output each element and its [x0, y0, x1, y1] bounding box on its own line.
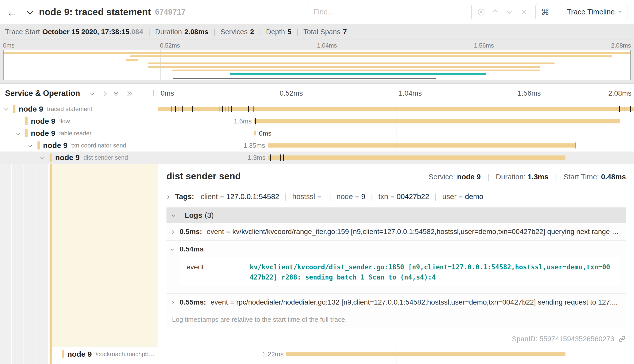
span-color-marker — [25, 129, 28, 137]
span-bar[interactable] — [268, 143, 577, 148]
span-service: node 9 — [19, 105, 43, 113]
minimap-canvas[interactable] — [3, 50, 631, 80]
collapse-trace-chevron-icon[interactable] — [26, 10, 33, 14]
span-chevron-icon[interactable] — [17, 132, 25, 135]
minimap-span-bar — [126, 59, 138, 61]
minimap-gridline — [160, 50, 161, 80]
log-entry-expanded[interactable]: 0.54ms event kv/kvclient/kvcoord/dist_se… — [166, 241, 626, 294]
trace-minimap: 0ms0.52ms1.04ms1.56ms2.08ms — [0, 39, 634, 84]
span-row-txn-coordinator-send[interactable]: node 9 txn coordinator send 1.35ms — [0, 139, 634, 152]
back-button[interactable]: ← — [7, 7, 18, 18]
depth-label: Depth — [266, 28, 285, 36]
span-color-marker — [62, 350, 64, 358]
timeline-axis: 0ms0.52ms1.04ms1.56ms2.08ms — [158, 84, 634, 103]
span-chevron-icon[interactable] — [29, 144, 37, 147]
span-bar[interactable] — [268, 156, 566, 160]
tag-item: txn=00427b22 — [378, 192, 429, 201]
tag-item: hostssl= — [292, 192, 323, 201]
minimap-axis-label: 0.52ms — [160, 42, 180, 49]
span-row-table-reader[interactable]: node 9 table reader 0ms — [0, 127, 634, 139]
collapse-one-chevron-down-icon[interactable] — [91, 92, 94, 95]
log-marker-tick — [228, 106, 228, 112]
minimap-axis-label: 0ms — [3, 42, 14, 49]
logs-note: Log timestamps are relative to the start… — [166, 311, 626, 328]
expand-one-chevron-right-icon[interactable] — [102, 92, 106, 95]
span-timeline[interactable]: 1.35ms — [158, 139, 634, 152]
timeline-axis-label: 1.04ms — [399, 89, 422, 97]
trace-timeline-label: Trace Timeline — [567, 8, 615, 16]
trace-start-label: Trace Start — [5, 28, 40, 36]
timeline-header: Service & Operation 0ms0.52ms1.04ms1.56m… — [0, 84, 634, 103]
collapse-all-double-chevron-down-icon[interactable] — [114, 91, 118, 96]
minimap-span-bar — [130, 55, 612, 57]
minimap-axis-label: 1.56ms — [474, 42, 494, 49]
panel-resize-handle[interactable] — [153, 90, 155, 96]
total-spans-value: 7 — [343, 28, 347, 36]
log-marker-tick — [222, 106, 223, 112]
span-row-flow[interactable]: node 9 flow 1.6ms — [0, 115, 634, 127]
span-timeline[interactable]: 1.3ms — [158, 152, 634, 164]
span-chevron-icon[interactable] — [5, 108, 13, 111]
trace-timeline-dropdown[interactable]: Trace Timeline — [561, 4, 627, 20]
detail-span-title: dist sender send — [166, 171, 241, 182]
selected-span-color-bar — [50, 164, 52, 347]
span-bar[interactable] — [254, 131, 256, 136]
log-marker-tick — [231, 106, 232, 112]
span-timeline[interactable]: 0ms — [158, 127, 634, 139]
span-duration-label: 1.35ms — [243, 142, 265, 149]
log-marker-tick — [248, 106, 249, 112]
span-timeline[interactable]: 1.6ms — [158, 115, 634, 127]
log-entry[interactable]: 0.5ms: event=kv/kvclient/kvcoord/range_i… — [166, 223, 626, 241]
span-timeline[interactable]: 1.22ms — [158, 347, 634, 361]
trace-id: 6749717 — [155, 8, 186, 17]
log-timestamp: 0.5ms: — [180, 228, 202, 236]
span-timeline[interactable]: 0.85ms — [158, 361, 634, 364]
deep-link-icon[interactable] — [618, 335, 626, 343]
span-duration-label: 0ms — [259, 130, 271, 137]
find-next-chevron-down-icon[interactable] — [502, 4, 517, 20]
minimap-span-bar — [4, 52, 630, 54]
span-row-dist-sender-send[interactable]: node 9 dist sender send 1.3ms — [0, 152, 634, 164]
log-marker-tick — [253, 106, 253, 112]
span-service: node 9 — [55, 153, 80, 162]
page-title: node 9: traced statement — [39, 7, 151, 17]
minimap-span-bar — [230, 73, 487, 75]
log-fields-table: event kv/kvclient/kvcoord/dist_sender.go… — [180, 258, 620, 287]
log-field-key: event — [180, 258, 243, 287]
span-timeline[interactable] — [158, 103, 634, 115]
span-bar[interactable] — [286, 352, 565, 356]
locate-span-icon[interactable] — [474, 4, 488, 20]
log-marker-tick — [624, 106, 624, 112]
minimap-axis-label: 1.04ms — [317, 42, 337, 49]
duration-value: 2.08ms — [184, 28, 208, 36]
span-color-marker — [37, 141, 40, 149]
span-bar[interactable] — [254, 119, 620, 123]
find-input[interactable] — [308, 4, 472, 20]
find-prev-chevron-up-icon[interactable] — [488, 4, 502, 20]
tags-accordion[interactable]: Tags: client=127.0.0.1:54582 | hostssl= … — [158, 187, 634, 205]
log-entry[interactable]: 0.55ms: event=rpc/nodedialer/nodedialer.… — [166, 294, 626, 311]
span-bar[interactable] — [158, 107, 634, 111]
log-marker-tick — [270, 155, 271, 161]
keyboard-shortcuts-button[interactable]: ⌘ — [535, 4, 555, 20]
header-bar: ← node 9: traced statement 6749717 × ⌘ T… — [0, 0, 634, 24]
duration-label: Duration — [155, 28, 182, 36]
span-color-marker — [13, 105, 15, 113]
span-chevron-icon[interactable] — [41, 156, 50, 159]
logs-accordion-header[interactable]: Logs (3) — [166, 207, 626, 223]
minimap-span-bar — [172, 70, 540, 71]
span-service: node 9 — [43, 141, 68, 150]
log-field-value: kv/kvclient/kvcoord/dist_sender.go:1850 … — [243, 258, 620, 287]
tag-item: client=127.0.0.1:54582 — [201, 192, 279, 201]
tags-label: Tags: — [175, 192, 194, 201]
span-duration-label: 1.6ms — [234, 117, 252, 125]
chevron-down-icon — [618, 10, 622, 13]
minimap-span-bar — [148, 66, 540, 68]
span-row-batch-node4[interactable]: node 4 /cockroach.roachpb.I... 0.85ms — [0, 361, 634, 364]
span-row-traced-statement[interactable]: node 9 traced statement — [0, 103, 634, 115]
clear-find-icon[interactable]: × — [517, 4, 531, 20]
span-row-batch-node9[interactable]: node 9 /cockroach.roachpb.I... 1.22ms — [0, 347, 634, 361]
expand-all-double-chevron-right-icon[interactable] — [126, 92, 132, 95]
span-duration-label: 1.3ms — [248, 154, 266, 162]
log-marker-tick — [175, 106, 176, 112]
